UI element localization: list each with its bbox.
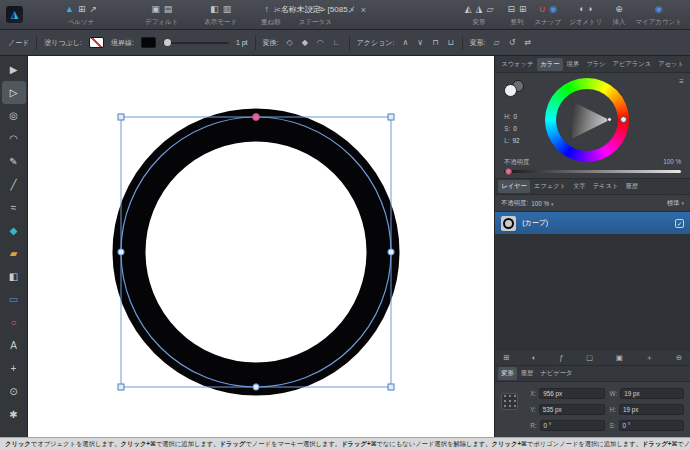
hue-marker[interactable] (620, 116, 627, 123)
transparency-tool[interactable]: ◧ (2, 265, 26, 288)
rotate-icon[interactable]: ▱ (487, 5, 494, 14)
lightness-value[interactable]: 92 (512, 137, 519, 144)
mask-icon[interactable]: ▢ (586, 353, 593, 362)
node-left[interactable] (118, 249, 124, 255)
tab-appearance[interactable]: アピアランス (610, 58, 655, 71)
transform-rotate-icon[interactable]: ↺ (508, 38, 517, 47)
tab-swatches[interactable]: スウォッチ (498, 58, 536, 71)
snapping-magnet-icon[interactable]: ∪ (539, 5, 546, 14)
shear-input[interactable]: 0 ° (619, 420, 684, 431)
boolean-add-icon[interactable]: ◖ (578, 5, 583, 14)
tab-transform[interactable]: 変形 (498, 367, 517, 380)
flip-horizontal-icon[interactable]: ◭ (465, 5, 472, 14)
rotation-input[interactable]: 0 ° (540, 420, 605, 431)
vector-view-icon[interactable]: ◧ (210, 5, 219, 14)
transform-anchor-selector[interactable] (501, 393, 518, 410)
handle-bottom-left[interactable] (118, 384, 124, 390)
tab-color[interactable]: カラー (537, 58, 562, 71)
canvas[interactable] (28, 56, 494, 437)
opacity-value[interactable]: 100 % (663, 158, 681, 167)
opacity-slider-knob[interactable] (505, 168, 512, 175)
sync-defaults-icon[interactable]: ▣ (151, 5, 160, 14)
convert-sharp-icon[interactable]: ◇ (286, 38, 294, 47)
corner-tool[interactable]: ◠ (2, 127, 26, 150)
snap-options-icon[interactable]: ◉ (549, 5, 557, 14)
handle-top-right[interactable] (388, 114, 394, 120)
group-layers-icon[interactable]: ▣ (616, 353, 623, 362)
layer-name[interactable]: (カーブ) (522, 218, 548, 228)
adjustment-icon[interactable]: ◐ (532, 353, 537, 362)
vector-brush-tool[interactable]: ≈ (2, 196, 26, 219)
opacity-grid-icon[interactable]: ⊞ (503, 353, 509, 362)
tab-character[interactable]: 文字 (570, 180, 589, 193)
tab-history[interactable]: 履歴 (622, 180, 641, 193)
align-icon[interactable]: ⊟ (507, 5, 515, 14)
revert-defaults-icon[interactable]: ▤ (164, 5, 173, 14)
hue-value[interactable]: 0 (514, 113, 518, 120)
contour-tool[interactable]: ◎ (2, 104, 26, 127)
layer-row-selected[interactable]: (カーブ) ✓ (495, 212, 690, 234)
tab-stroke[interactable]: 境界 (564, 58, 583, 71)
handle-top-left[interactable] (118, 114, 124, 120)
layer-effects-icon[interactable]: ƒ (559, 353, 563, 362)
convert-corner-icon[interactable]: ∟ (332, 38, 342, 47)
pen-tool[interactable]: ✎ (2, 150, 26, 173)
close-document-icon[interactable]: × (361, 5, 366, 15)
color-picker-tool[interactable]: + (2, 357, 26, 380)
node-bottom[interactable] (253, 384, 259, 390)
opacity-slider[interactable] (504, 170, 681, 173)
pencil-tool[interactable]: ╱ (2, 173, 26, 196)
action-break-icon[interactable]: ∧ (401, 38, 409, 47)
rectangle-tool[interactable]: ▭ (2, 288, 26, 311)
shade-marker[interactable] (607, 117, 612, 122)
color-wheel[interactable] (545, 78, 629, 162)
node-top-selected[interactable] (253, 114, 260, 121)
layer-opacity-select[interactable]: 100 % (531, 200, 553, 207)
pixel-view-icon[interactable]: ▥ (223, 5, 232, 14)
boolean-subtract-icon[interactable]: ◗ (588, 5, 593, 14)
export-persona-icon[interactable]: ↗ (89, 5, 97, 14)
move-tool[interactable]: ▶ (2, 58, 26, 81)
hand-tool[interactable]: ✱ (2, 403, 26, 426)
node-right[interactable] (388, 249, 394, 255)
distribute-icon[interactable]: ⊞ (519, 5, 527, 14)
tab-text[interactable]: テキスト (590, 180, 622, 193)
panel-menu-icon[interactable]: ≡ (679, 77, 684, 86)
stroke-width-value[interactable]: 1 pt (236, 39, 248, 46)
fill-swatch[interactable] (89, 37, 104, 48)
handle-bottom-right[interactable] (388, 384, 394, 390)
document-view[interactable] (28, 56, 494, 437)
designer-persona-icon[interactable]: ▲ (65, 5, 74, 14)
convert-smooth-icon[interactable]: ◆ (301, 38, 309, 47)
tab-brushes[interactable]: ブラシ (583, 58, 608, 71)
fill-color-indicator[interactable] (504, 84, 517, 97)
fill-tool[interactable]: ◆ (2, 219, 26, 242)
w-input[interactable]: 19 px (620, 388, 684, 399)
slider-knob[interactable] (164, 39, 171, 46)
layer-list[interactable]: (カーブ) ✓ (495, 212, 690, 349)
blend-mode-select[interactable]: 標準 (667, 199, 684, 208)
flip-vertical-icon[interactable]: ◮ (476, 5, 483, 14)
saturation-value[interactable]: 0 (513, 125, 517, 132)
add-layer-icon[interactable]: ＋ (646, 353, 654, 363)
pixel-persona-icon[interactable]: ⊞ (78, 5, 86, 14)
remove-layer-icon[interactable]: ⊖ (676, 353, 682, 362)
y-input[interactable]: 535 px (539, 404, 605, 415)
transform-scale-icon[interactable]: ⇄ (523, 38, 532, 47)
insert-icon[interactable]: ⊕ (615, 5, 623, 14)
text-tool[interactable]: A (2, 334, 26, 357)
tab-navigator[interactable]: ナビゲータ (537, 367, 575, 380)
zoom-tool[interactable]: ⊙ (2, 380, 26, 403)
my-account-icon[interactable]: ◉ (655, 5, 663, 14)
stroke-swatch[interactable] (141, 37, 156, 48)
tab-history-bottom[interactable]: 履歴 (518, 367, 537, 380)
action-smooth-icon[interactable]: ⊓ (431, 38, 439, 47)
node-tool[interactable]: ▷ (2, 81, 26, 104)
layer-visibility-checkbox[interactable]: ✓ (675, 219, 684, 228)
ring-shape[interactable] (129, 125, 383, 379)
tab-assets[interactable]: アセット (655, 58, 687, 71)
stroke-width-slider[interactable] (163, 42, 229, 44)
action-close-icon[interactable]: ∨ (416, 38, 424, 47)
convert-smart-icon[interactable]: ◠ (316, 38, 325, 47)
x-input[interactable]: 956 px (539, 388, 604, 399)
